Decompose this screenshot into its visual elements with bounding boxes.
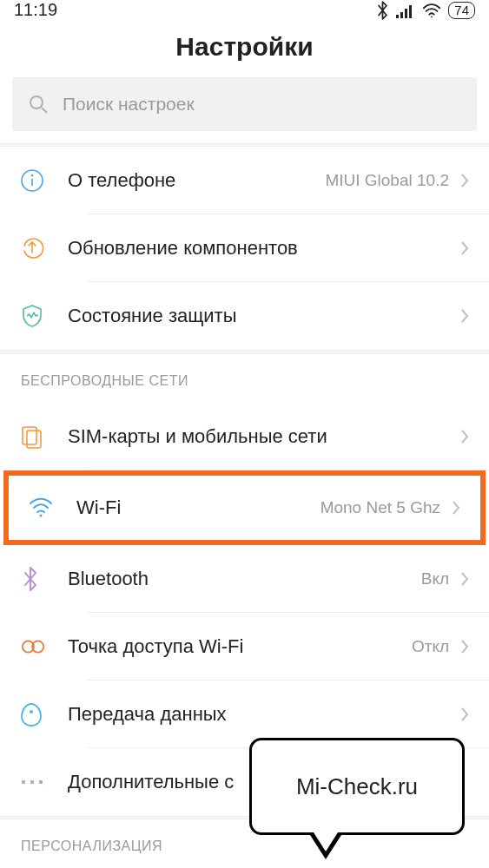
svg-rect-11 xyxy=(27,431,41,448)
svg-point-12 xyxy=(40,514,43,516)
svg-rect-3 xyxy=(409,5,412,18)
chevron-right-icon xyxy=(459,428,470,445)
row-value: MIUI Global 10.2 xyxy=(325,171,449,190)
row-value: Откл xyxy=(412,637,449,656)
chevron-right-icon xyxy=(459,706,470,723)
status-bar: 11:19 74 xyxy=(0,0,489,20)
row-bluetooth[interactable]: Bluetooth Вкл xyxy=(0,545,489,613)
wifi-icon xyxy=(422,3,441,18)
svg-rect-0 xyxy=(396,15,399,18)
row-label: Обновление компонентов xyxy=(68,237,459,260)
callout-tail xyxy=(310,835,341,859)
row-about[interactable]: О телефоне MIUI Global 10.2 xyxy=(0,147,489,214)
wifi-icon xyxy=(28,496,76,519)
svg-rect-2 xyxy=(405,9,407,18)
row-label: О телефоне xyxy=(68,169,325,192)
info-icon xyxy=(19,168,68,194)
search-placeholder: Поиск настроек xyxy=(63,94,195,115)
status-icons: 74 xyxy=(376,1,475,20)
bluetooth-icon xyxy=(19,566,68,592)
row-label: Точка доступа Wi-Fi xyxy=(68,635,412,658)
bluetooth-icon xyxy=(376,1,389,20)
signal-icon xyxy=(396,3,415,18)
status-time: 11:19 xyxy=(14,0,57,20)
callout-text: Mi-Check.ru xyxy=(249,738,465,835)
row-label: Состояние защиты xyxy=(68,305,459,327)
svg-point-18 xyxy=(39,779,43,784)
callout-watermark: Mi-Check.ru xyxy=(249,738,465,868)
row-wifi[interactable]: Wi-Fi Mono Net 5 Ghz xyxy=(3,470,486,545)
search-container: Поиск настроек xyxy=(0,77,489,143)
row-label: Передача данных xyxy=(68,703,459,726)
chevron-right-icon xyxy=(459,570,470,588)
row-hotspot[interactable]: Точка доступа Wi-Fi Откл xyxy=(0,613,489,681)
chevron-right-icon xyxy=(459,307,470,325)
svg-point-4 xyxy=(431,16,433,17)
hotspot-icon xyxy=(19,635,68,659)
svg-point-17 xyxy=(30,779,35,784)
row-label: SIM-карты и мобильные сети xyxy=(68,425,459,448)
shield-icon xyxy=(19,303,68,329)
svg-point-16 xyxy=(22,779,26,784)
svg-point-15 xyxy=(30,710,33,713)
row-value: Вкл xyxy=(421,569,449,589)
row-label: Wi-Fi xyxy=(76,496,320,519)
search-input[interactable]: Поиск настроек xyxy=(12,77,477,131)
chevron-right-icon xyxy=(451,499,461,516)
chevron-right-icon xyxy=(459,172,470,189)
row-update[interactable]: Обновление компонентов xyxy=(0,214,489,282)
row-security[interactable]: Состояние защиты xyxy=(0,282,489,350)
svg-point-8 xyxy=(31,174,34,177)
row-value: Mono Net 5 Ghz xyxy=(320,498,440,517)
top-list: О телефоне MIUI Global 10.2 Обновление к… xyxy=(0,147,489,350)
svg-rect-10 xyxy=(23,427,36,444)
row-sim[interactable]: SIM-карты и мобильные сети xyxy=(0,403,489,470)
page-title: Настройки xyxy=(0,20,489,77)
svg-line-6 xyxy=(42,108,47,113)
battery-indicator: 74 xyxy=(448,2,475,19)
sim-icon xyxy=(19,424,68,450)
chevron-right-icon xyxy=(459,638,470,655)
row-label: Bluetooth xyxy=(68,568,421,590)
ellipsis-icon xyxy=(19,778,68,786)
section-header-wireless: БЕСПРОВОДНЫЕ СЕТИ xyxy=(0,354,489,403)
svg-point-5 xyxy=(30,96,43,108)
svg-rect-1 xyxy=(400,12,403,18)
data-icon xyxy=(19,701,68,727)
update-icon xyxy=(19,235,68,261)
search-icon xyxy=(28,94,49,115)
chevron-right-icon xyxy=(459,240,470,257)
